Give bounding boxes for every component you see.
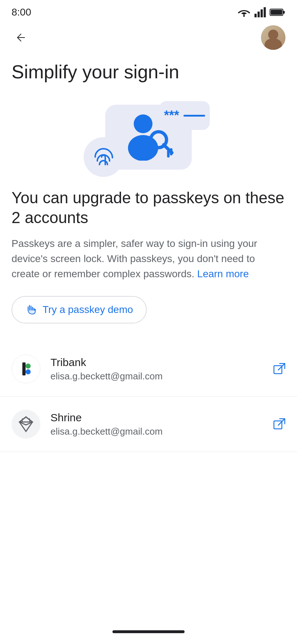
svg-rect-6	[283, 11, 285, 14]
learn-more-link[interactable]: Learn more	[197, 268, 249, 279]
svg-marker-18	[19, 417, 32, 431]
password-dots: ***	[164, 108, 179, 123]
svg-point-0	[243, 15, 245, 17]
hand-wave-icon	[25, 304, 37, 316]
hero-illustration: ***	[0, 94, 297, 188]
demo-button[interactable]: Try a passkey demo	[12, 296, 147, 323]
fingerprint-bubble	[84, 137, 123, 177]
top-nav	[0, 22, 297, 57]
tribank-logo-icon	[14, 357, 37, 380]
svg-rect-2	[258, 12, 260, 17]
tribank-external-link-icon	[273, 363, 285, 375]
main-content: You can upgrade to passkeys on these 2 a…	[0, 188, 297, 341]
home-indicator	[112, 630, 185, 633]
avatar[interactable]	[261, 25, 285, 50]
password-bubble: ***	[159, 101, 210, 130]
shrine-external-link-icon	[273, 418, 285, 430]
demo-button-label: Try a passkey demo	[43, 304, 133, 316]
password-line	[183, 115, 205, 117]
back-button[interactable]	[12, 28, 30, 47]
account-list: Tribank elisa.g.beckett@gmail.com Shrin	[0, 341, 297, 452]
illustration-container: ***	[80, 97, 217, 177]
svg-rect-17	[274, 366, 282, 374]
shrine-email: elisa.g.beckett@gmail.com	[50, 426, 263, 437]
description-text: Passkeys are a simpler, safer way to sig…	[12, 236, 285, 282]
svg-point-15	[26, 364, 31, 369]
svg-rect-14	[22, 362, 26, 375]
shrine-logo	[12, 410, 40, 439]
svg-rect-7	[271, 10, 282, 15]
account-item-shrine[interactable]: Shrine elisa.g.beckett@gmail.com	[0, 397, 297, 452]
svg-point-8	[134, 114, 152, 133]
signal-icon	[254, 7, 266, 17]
status-bar: 8:00	[0, 0, 297, 22]
shrine-name: Shrine	[50, 412, 263, 424]
upgrade-heading: You can upgrade to passkeys on these 2 a…	[12, 188, 285, 227]
svg-rect-3	[261, 9, 263, 17]
status-time: 8:00	[12, 6, 31, 18]
page-title: Simplify your sign-in	[0, 57, 297, 94]
svg-rect-4	[264, 7, 266, 17]
shrine-account-info: Shrine elisa.g.beckett@gmail.com	[50, 412, 263, 437]
tribank-account-info: Tribank elisa.g.beckett@gmail.com	[50, 356, 263, 382]
battery-icon	[270, 8, 285, 17]
tribank-logo	[12, 354, 40, 383]
status-icons	[237, 7, 285, 17]
svg-rect-1	[254, 14, 257, 17]
wifi-icon	[237, 7, 251, 17]
tribank-name: Tribank	[50, 356, 263, 369]
account-item-tribank[interactable]: Tribank elisa.g.beckett@gmail.com	[0, 341, 297, 397]
svg-point-16	[26, 369, 31, 374]
shrine-logo-icon	[14, 413, 37, 436]
fingerprint-icon	[92, 146, 115, 168]
tribank-email: elisa.g.beckett@gmail.com	[50, 371, 263, 382]
back-arrow-icon	[14, 31, 27, 44]
svg-marker-19	[19, 417, 32, 425]
svg-rect-23	[274, 421, 282, 429]
